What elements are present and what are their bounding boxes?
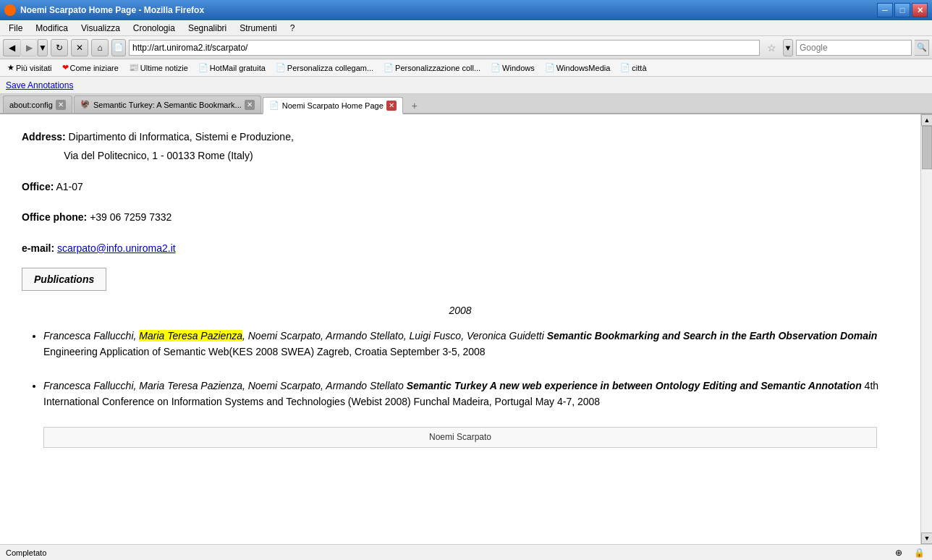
history-dropdown[interactable]: ▼ (38, 39, 48, 56)
save-annotations-bar: Save Annotations (0, 77, 932, 94)
tab-semantic-turkey-close[interactable]: ✕ (245, 100, 255, 110)
publication-item-1: Francesca Fallucchi, Maria Teresa Pazien… (43, 328, 899, 360)
tab-noemi-label: Noemi Scarpato Home Page (282, 101, 384, 110)
scroll-thumb[interactable] (922, 126, 932, 169)
footer-name: Noemi Scarpato (43, 427, 877, 448)
bookmark-hotmail[interactable]: 📄 HotMail gratuita (194, 61, 270, 74)
phone-value: +39 06 7259 7332 (90, 211, 171, 223)
pub1-author-highlight: Maria Teresa Pazienza (139, 330, 242, 341)
status-right: ⊕ 🔒 (891, 546, 926, 560)
menu-cronologia[interactable]: Cronologia (127, 22, 181, 35)
page-icon6: 📄 (620, 63, 630, 72)
close-button[interactable]: ✕ (912, 3, 928, 17)
page-icon: 📄 (198, 63, 208, 72)
tab-noemi[interactable]: 📄 Noemi Scarpato Home Page ✕ (263, 97, 403, 114)
email-link[interactable]: scarpato@info.uniroma2.it (57, 242, 176, 254)
star-icon: ★ (7, 63, 14, 72)
tab-noemi-close[interactable]: ✕ (386, 101, 397, 111)
publication-item-2: Francesca Fallucchi, Maria Teresa Pazien… (43, 378, 899, 410)
pub1-title: Semantic Bookmarking and Search in the E… (547, 330, 878, 341)
bookmark-ultime-notizie[interactable]: 📰 Ultime notizie (124, 61, 192, 74)
nav-bar: ◀ ▶ ▼ ↻ ✕ ⌂ 📄 ☆ ▼ 🔍 (0, 36, 932, 59)
email-label: e-mail: (22, 242, 54, 254)
tab-semantic-turkey[interactable]: 🦃 Semantic Turkey: A Semantic Bookmark..… (74, 96, 261, 113)
forward-button[interactable]: ▶ (20, 39, 38, 56)
window-controls[interactable]: ─ □ ✕ (877, 3, 928, 17)
bookmark-citta[interactable]: 📄 città (616, 61, 651, 74)
scrollbar[interactable]: ▲ ▼ (920, 114, 932, 544)
security-icon: 🔒 (912, 546, 926, 560)
menu-visualizza[interactable]: Visualizza (75, 22, 126, 35)
status-bar: Completato ⊕ 🔒 (0, 544, 932, 560)
window-title: Noemi Scarpato Home Page - Mozilla Firef… (20, 5, 873, 15)
scroll-track[interactable] (921, 126, 932, 533)
zoom-icon[interactable]: ⊕ (891, 546, 906, 560)
title-bar: Noemi Scarpato Home Page - Mozilla Firef… (0, 0, 932, 20)
bookmarks-bar: ★ Più visitati ❤ Come iniziare 📰 Ultime … (0, 59, 932, 77)
minimize-button[interactable]: ─ (877, 3, 893, 17)
reload-button[interactable]: ↻ (51, 39, 68, 56)
bookmark-piu-visitati[interactable]: ★ Più visitati (3, 61, 56, 74)
pub2-authors: Francesca Fallucchi, Maria Teresa Pazien… (43, 380, 407, 391)
maximize-button[interactable]: □ (894, 3, 910, 17)
content-wrapper: Address: Dipartimento di Informatica, Si… (0, 114, 932, 544)
office-block: Office: A1-07 (22, 179, 899, 195)
publication-list: Francesca Fallucchi, Maria Teresa Pazien… (22, 328, 899, 410)
home-button[interactable]: ⌂ (91, 39, 109, 56)
address-bar[interactable] (129, 40, 760, 56)
scroll-up-button[interactable]: ▲ (921, 114, 932, 126)
pub1-authors-prefix: Francesca Fallucchi, (43, 330, 139, 341)
tab-semantic-turkey-label: Semantic Turkey: A Semantic Bookmark... (93, 101, 242, 109)
stop-button[interactable]: ✕ (71, 39, 88, 56)
office-label: Office: (22, 181, 54, 192)
status-text: Completato (6, 548, 46, 557)
bookmark-arrow[interactable]: ▼ (783, 39, 793, 56)
new-tab-button[interactable]: + (407, 98, 422, 113)
year-heading: 2008 (22, 302, 899, 318)
tab-bar: about:config ✕ 🦃 Semantic Turkey: A Sema… (0, 94, 932, 114)
tab-about-config-close[interactable]: ✕ (56, 100, 66, 110)
bookmark-windows[interactable]: 📄 Windows (486, 61, 539, 74)
menu-strumenti[interactable]: Strumenti (234, 22, 282, 35)
search-input[interactable] (796, 40, 912, 56)
bookmark-personalizza[interactable]: 📄 Personalizza collegam... (271, 61, 378, 74)
back-button[interactable]: ◀ (3, 39, 20, 56)
main-content: Address: Dipartimento di Informatica, Si… (0, 114, 920, 544)
page-icon4: 📄 (491, 63, 501, 72)
search-icon[interactable]: 🔍 (915, 40, 929, 56)
phone-label: Office phone: (22, 211, 87, 223)
save-annotations-link[interactable]: Save Annotations (6, 80, 73, 90)
menu-modifica[interactable]: Modifica (30, 22, 74, 35)
page-button[interactable]: 📄 (111, 39, 126, 56)
bookmark-come-iniziare[interactable]: ❤ Come iniziare (58, 61, 123, 74)
page-icon3: 📄 (384, 63, 394, 72)
phone-block: Office phone: +39 06 7259 7332 (22, 209, 899, 225)
office-value: A1-07 (56, 181, 82, 192)
tab-about-config[interactable]: about:config ✕ (3, 96, 72, 113)
page-icon-tab: 📄 (269, 101, 279, 110)
menu-help[interactable]: ? (284, 22, 301, 35)
page-icon2: 📄 (276, 63, 286, 72)
bookmark-windowsmedia[interactable]: 📄 WindowsMedia (541, 61, 615, 74)
address-label: Address: (22, 131, 66, 143)
address-block: Address: Dipartimento di Informatica, Si… (22, 129, 899, 145)
address-line1: Dipartimento di Informatica, Sistemi e P… (69, 131, 294, 143)
firefox-icon (4, 4, 16, 16)
bookmark-star[interactable]: ☆ (763, 39, 780, 56)
back-forward-group[interactable]: ◀ ▶ ▼ (3, 39, 48, 56)
menu-file[interactable]: File (3, 22, 28, 35)
turkey-icon: 🦃 (80, 100, 90, 109)
pub2-title: Semantic Turkey A new web experience in … (407, 380, 862, 391)
scroll-down-button[interactable]: ▼ (921, 533, 932, 544)
tab-about-config-label: about:config (9, 101, 53, 109)
page-icon5: 📄 (545, 63, 555, 72)
address-line2: Via del Politecnico, 1 - 00133 Rome (Ita… (22, 148, 899, 164)
publications-button[interactable]: Publications (22, 268, 106, 291)
pub1-venue: Engineering Application of Semantic Web(… (43, 346, 486, 357)
pub1-authors-suffix: , Noemi Scarpato, Armando Stellato, Luig… (242, 330, 547, 341)
bookmark-personalizzazione[interactable]: 📄 Personalizzazione coll... (379, 61, 485, 74)
heart-icon: ❤ (62, 63, 69, 72)
menu-bar: File Modifica Visualizza Cronologia Segn… (0, 20, 932, 36)
menu-segnalibri[interactable]: Segnalibri (182, 22, 232, 35)
email-block: e-mail: scarpato@info.uniroma2.it (22, 240, 899, 256)
